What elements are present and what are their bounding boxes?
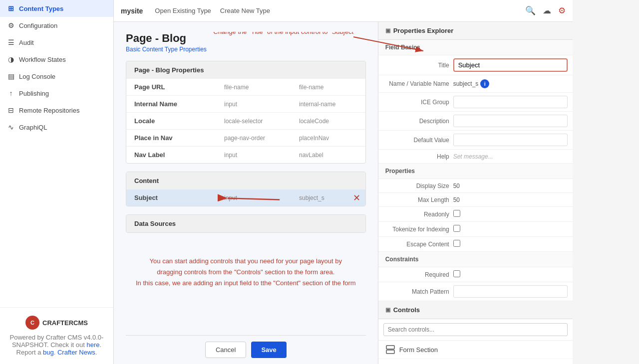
variable-name-info-button[interactable]: i bbox=[480, 79, 489, 88]
sidebar-item-configuration[interactable]: ⚙ Configuration bbox=[0, 17, 113, 34]
collapse-controls-icon: ▣ bbox=[385, 307, 390, 313]
prop-label: Place in Nav bbox=[126, 130, 216, 147]
tokenize-label: Tokenize for Indexing bbox=[383, 226, 453, 233]
match-pattern-row: Match Pattern bbox=[378, 282, 573, 301]
prop-label: Page URL bbox=[126, 79, 216, 96]
here-link[interactable]: here bbox=[86, 341, 99, 349]
title-input-wrapper bbox=[453, 58, 568, 72]
display-size-label: Display Size bbox=[383, 182, 453, 189]
ice-group-label: ICE Group bbox=[383, 99, 453, 106]
sidebar-item-remote-repositories[interactable]: ⊟ Remote Repositories bbox=[0, 102, 113, 119]
escape-content-checkbox[interactable] bbox=[453, 240, 460, 247]
properties-section: Properties Display Size 50 Max Length 50 bbox=[378, 164, 573, 252]
sidebar: ⊞ Content Types ⚙ Configuration ☰ Audit … bbox=[0, 0, 114, 364]
default-value-input[interactable] bbox=[453, 134, 568, 146]
nav-bar: mysite Open Existing Type Create New Typ… bbox=[114, 0, 573, 22]
display-size-value: 50 bbox=[453, 181, 460, 191]
readonly-row: Readonly bbox=[378, 207, 573, 222]
create-new-type-link[interactable]: Create New Type bbox=[220, 7, 270, 14]
description-row: Description bbox=[378, 112, 573, 131]
max-length-label: Max Length bbox=[383, 196, 453, 203]
graphiql-icon: ∿ bbox=[7, 123, 15, 131]
variable-name-field-row: Name / Variable Name subject_s i bbox=[378, 75, 573, 93]
title-input[interactable] bbox=[453, 58, 568, 72]
sidebar-item-log-console[interactable]: ▤ Log Console bbox=[0, 68, 113, 85]
table-row: Page URL file-name file-name bbox=[126, 79, 365, 96]
save-button[interactable]: Save bbox=[251, 342, 286, 358]
instruction-annotation: You can start adding controls that you n… bbox=[126, 241, 366, 304]
sidebar-item-audit[interactable]: ☰ Audit bbox=[0, 34, 113, 51]
prop-variable: navLabel bbox=[291, 147, 365, 164]
bug-link[interactable]: bug bbox=[43, 349, 54, 356]
prop-type: input bbox=[216, 96, 291, 113]
cloud-button[interactable]: ☁ bbox=[543, 5, 551, 16]
properties-explorer-header[interactable]: ▣ Properties Explorer bbox=[378, 22, 573, 40]
ice-group-row: ICE Group bbox=[378, 93, 573, 112]
sidebar-footer: C CRAFTERCMS Powered by Crafter CMS v4.0… bbox=[0, 307, 113, 364]
variable-name-wrapper: subject_s i bbox=[453, 78, 568, 89]
prop-variable: localeCode bbox=[291, 113, 365, 130]
required-checkbox[interactable] bbox=[453, 270, 460, 277]
page-title: Page - Blog bbox=[126, 32, 366, 45]
match-pattern-input[interactable] bbox=[453, 285, 568, 298]
prop-type: locale-selector bbox=[216, 113, 291, 130]
prop-variable: placeInNav bbox=[291, 130, 365, 147]
field-basics-header: Field Basics bbox=[378, 40, 573, 55]
prop-variable: file-name bbox=[291, 79, 365, 96]
page-header: Page - Blog Basic Content Type Propertie… bbox=[126, 32, 366, 53]
right-side: mysite Open Existing Type Create New Typ… bbox=[114, 0, 573, 364]
nav-links: Open Existing Type Create New Type bbox=[155, 7, 270, 14]
publish-icon: ↑ bbox=[7, 89, 15, 97]
title-field-row: Title bbox=[378, 55, 573, 75]
max-length-row: Max Length 50 bbox=[378, 193, 573, 207]
content-prop-type: input bbox=[216, 189, 291, 206]
remove-field-button[interactable]: ✕ bbox=[353, 192, 360, 203]
prop-type: page-nav-order bbox=[216, 130, 291, 147]
match-pattern-label: Match Pattern bbox=[383, 288, 453, 295]
sidebar-item-workflow-states[interactable]: ◑ Workflow States bbox=[0, 51, 113, 68]
match-pattern-wrapper bbox=[453, 285, 568, 298]
table-row: Subject input subject_s bbox=[126, 189, 365, 206]
controls-section-header[interactable]: ▣ Controls bbox=[378, 301, 573, 319]
sidebar-item-publishing[interactable]: ↑ Publishing bbox=[0, 85, 113, 102]
grid-icon: ⊞ bbox=[7, 4, 15, 12]
search-button[interactable]: 🔍 bbox=[525, 5, 536, 16]
control-item-form-section[interactable]: Form Section bbox=[378, 341, 573, 359]
content-prop-label: Subject bbox=[126, 189, 216, 206]
field-basics-section: Field Basics Title Name / Variable Name … bbox=[378, 40, 573, 164]
readonly-checkbox[interactable] bbox=[453, 210, 460, 217]
tokenize-checkbox[interactable] bbox=[453, 225, 460, 232]
max-length-value: 50 bbox=[453, 194, 460, 205]
display-size-row: Display Size 50 bbox=[378, 179, 573, 193]
control-item-repeating-group[interactable]: Repeating Group bbox=[378, 359, 573, 364]
sidebar-item-content-types[interactable]: ⊞ Content Types bbox=[0, 0, 113, 17]
constraints-section: Constraints Required Match Pattern bbox=[378, 252, 573, 301]
escape-content-label: Escape Content bbox=[383, 241, 453, 248]
title-label: Title bbox=[383, 62, 453, 69]
properties-explorer-panel: ▣ Properties Explorer Field Basics Title bbox=[378, 22, 573, 364]
ice-group-input[interactable] bbox=[453, 96, 568, 108]
display-size-wrapper: 50 bbox=[453, 182, 568, 189]
controls-search-input[interactable] bbox=[383, 323, 568, 336]
cancel-button[interactable]: Cancel bbox=[205, 342, 246, 358]
help-label: Help bbox=[383, 153, 453, 160]
sidebar-item-graphiql[interactable]: ∿ GraphiQL bbox=[0, 119, 113, 136]
prop-label: Nav Label bbox=[126, 147, 216, 164]
description-input[interactable] bbox=[453, 115, 568, 127]
nav-icons: 🔍 ☁ ⚙ bbox=[525, 5, 566, 16]
table-row: Locale locale-selector localeCode bbox=[126, 113, 365, 130]
open-existing-type-link[interactable]: Open Existing Type bbox=[155, 7, 211, 14]
required-wrapper bbox=[453, 270, 568, 279]
page-blog-properties-card: Page - Blog Properties Page URL file-nam… bbox=[126, 61, 366, 164]
news-link[interactable]: Crafter News bbox=[57, 349, 95, 356]
settings-button[interactable]: ⚙ bbox=[558, 5, 566, 16]
form-section-icon bbox=[385, 345, 395, 355]
readonly-label: Readonly bbox=[383, 211, 453, 218]
tokenize-row: Tokenize for Indexing bbox=[378, 222, 573, 237]
escape-content-row: Escape Content bbox=[378, 237, 573, 252]
site-name: mysite bbox=[121, 7, 143, 15]
svg-rect-1 bbox=[386, 350, 394, 354]
page-subtitle[interactable]: Basic Content Type Properties bbox=[126, 46, 366, 53]
content-section-header: Content bbox=[126, 172, 365, 189]
help-wrapper: Set message... bbox=[453, 153, 568, 160]
